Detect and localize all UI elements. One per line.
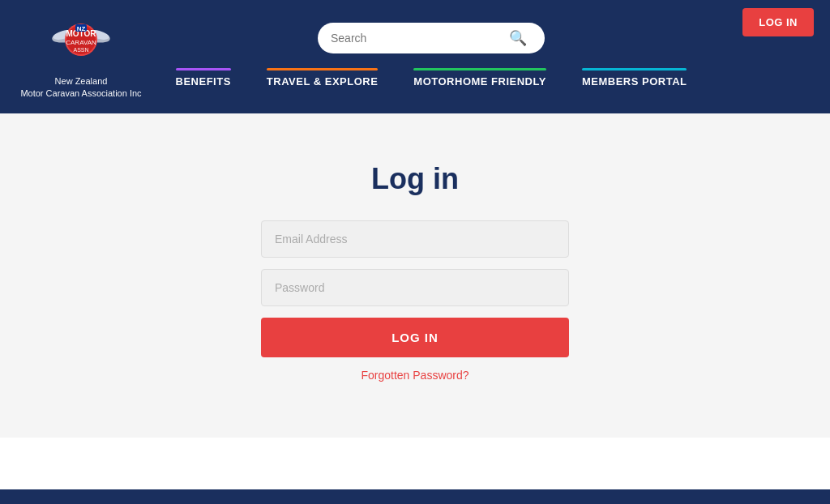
footer (0, 489, 830, 504)
search-icon[interactable]: 🔍 (509, 29, 527, 47)
nav-item-travel[interactable]: TRAVEL & EXPLORE (249, 68, 396, 91)
svg-text:CARAVAN: CARAVAN (66, 39, 96, 46)
page-title: Log in (371, 162, 459, 196)
search-input[interactable] (331, 32, 509, 45)
logo-emblem: MOTOR CARAVAN ASSN NZ (52, 14, 110, 72)
header: MOTOR CARAVAN ASSN NZ New Zealand Motor … (0, 0, 830, 113)
login-button-header[interactable]: LOG IN (742, 8, 814, 36)
nav-menu: BENEFITS TRAVEL & EXPLORE MOTORHOME FRIE… (158, 68, 705, 91)
nav-label-members: MEMBERS PORTAL (582, 75, 687, 91)
forgot-password-link[interactable]: Forgotten Password? (261, 369, 569, 382)
svg-text:NZ: NZ (77, 25, 86, 32)
email-input[interactable] (261, 220, 569, 258)
nav-underline-members (582, 68, 687, 70)
logo-area: MOTOR CARAVAN ASSN NZ New Zealand Motor … (16, 14, 146, 100)
nav-underline-travel (267, 68, 379, 70)
nav-item-motorhome[interactable]: MOTORHOME FRIENDLY (396, 68, 564, 91)
nav-underline-motorhome (413, 68, 546, 70)
search-bar[interactable]: 🔍 (318, 23, 545, 53)
svg-text:ASSN: ASSN (73, 47, 88, 53)
header-right: LOG IN (717, 0, 814, 36)
nav-item-benefits[interactable]: BENEFITS (158, 68, 249, 91)
login-submit-button[interactable]: LOG IN (261, 318, 569, 357)
logo-text: New Zealand Motor Caravan Association In… (20, 75, 141, 100)
nav-underline-benefits (176, 68, 231, 70)
main-content: Log in LOG IN Forgotten Password? (0, 113, 830, 438)
nav-item-members[interactable]: MEMBERS PORTAL (564, 68, 705, 91)
header-center: 🔍 BENEFITS TRAVEL & EXPLORE MOTORHOME FR… (146, 23, 717, 91)
nav-label-travel: TRAVEL & EXPLORE (267, 75, 379, 91)
nav-label-benefits: BENEFITS (176, 75, 231, 91)
password-input[interactable] (261, 269, 569, 306)
nav-label-motorhome: MOTORHOME FRIENDLY (413, 75, 546, 91)
login-form: LOG IN Forgotten Password? (261, 220, 569, 382)
